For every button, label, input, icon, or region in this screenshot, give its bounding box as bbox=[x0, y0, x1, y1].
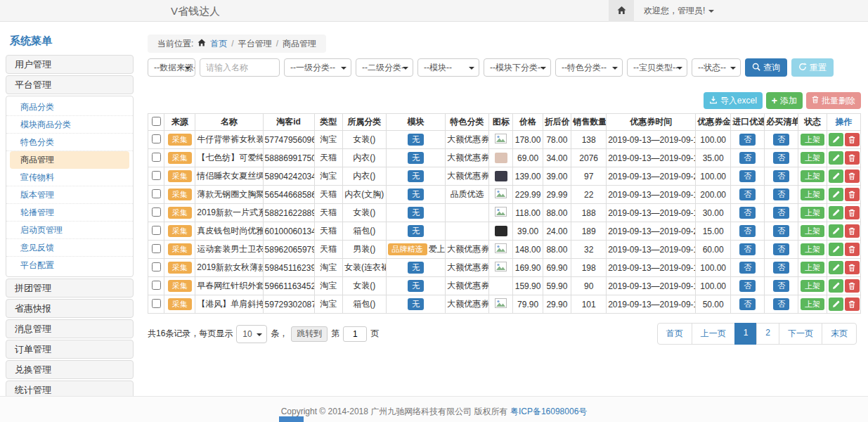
sidebar-item[interactable]: 平台配置 bbox=[6, 257, 133, 274]
edit-button[interactable] bbox=[829, 298, 843, 311]
edit-button[interactable] bbox=[829, 206, 843, 219]
select-all-checkbox[interactable] bbox=[152, 117, 161, 126]
sidebar-group-header[interactable]: 消息管理 bbox=[6, 319, 134, 338]
sidebar-item[interactable]: 模块商品分类 bbox=[6, 116, 133, 134]
status-toggle[interactable]: 上架 bbox=[801, 262, 824, 274]
sidebar-item[interactable]: 轮播管理 bbox=[6, 204, 133, 222]
import-excel-button[interactable]: 导入excel bbox=[704, 92, 763, 109]
must-buy-toggle[interactable]: 否 bbox=[773, 152, 789, 164]
module-badge[interactable]: 无 bbox=[408, 188, 424, 200]
sidebar-item[interactable]: 版本管理 bbox=[6, 186, 133, 204]
row-checkbox[interactable] bbox=[152, 171, 161, 180]
sidebar-group-header[interactable]: 平台管理 bbox=[6, 75, 134, 94]
edit-button[interactable] bbox=[829, 133, 843, 146]
first-page-button[interactable]: 首页 bbox=[657, 323, 692, 345]
next-page-button[interactable]: 下一页 bbox=[779, 323, 822, 345]
row-checkbox[interactable] bbox=[152, 262, 161, 271]
status-toggle[interactable]: 上架 bbox=[801, 243, 824, 255]
row-checkbox[interactable] bbox=[152, 281, 161, 290]
sidebar-item[interactable]: 特色分类 bbox=[6, 134, 133, 151]
delete-button[interactable] bbox=[845, 298, 860, 311]
delete-button[interactable] bbox=[845, 206, 860, 219]
module-badge[interactable]: 无 bbox=[408, 134, 424, 146]
import-select-toggle[interactable]: 否 bbox=[739, 170, 756, 182]
page-size-select[interactable]: 10 bbox=[236, 325, 267, 343]
delete-button[interactable] bbox=[845, 224, 860, 238]
import-select-toggle[interactable]: 否 bbox=[739, 262, 756, 274]
user-menu[interactable]: 欢迎您，管理员! bbox=[644, 5, 714, 17]
delete-button[interactable] bbox=[845, 170, 860, 183]
search-button[interactable]: 查询 bbox=[745, 58, 787, 77]
status-toggle[interactable]: 上架 bbox=[801, 134, 824, 146]
module-badge[interactable]: 无 bbox=[408, 152, 424, 164]
level2-category-select[interactable]: --二级分类-- bbox=[356, 58, 413, 77]
reset-button[interactable]: 重置 bbox=[791, 58, 834, 77]
import-select-toggle[interactable]: 否 bbox=[739, 225, 756, 237]
sidebar-item[interactable]: 意见反馈 bbox=[6, 239, 133, 257]
status-toggle[interactable]: 上架 bbox=[801, 280, 824, 292]
status-toggle[interactable]: 上架 bbox=[801, 225, 824, 237]
row-checkbox[interactable] bbox=[152, 153, 161, 162]
import-select-toggle[interactable]: 否 bbox=[739, 152, 756, 164]
status-select[interactable]: --状态-- bbox=[692, 58, 741, 77]
edit-button[interactable] bbox=[829, 224, 843, 238]
must-buy-toggle[interactable]: 否 bbox=[773, 225, 789, 237]
breadcrumb-home-link[interactable]: 首页 bbox=[210, 38, 227, 50]
must-buy-toggle[interactable]: 否 bbox=[773, 134, 789, 146]
edit-button[interactable] bbox=[829, 151, 843, 165]
status-toggle[interactable]: 上架 bbox=[801, 170, 824, 182]
sidebar-group-header[interactable]: 兑换管理 bbox=[6, 360, 134, 379]
data-source-select[interactable]: --数据来源-- bbox=[148, 58, 195, 77]
status-toggle[interactable]: 上架 bbox=[801, 298, 824, 310]
module-badge[interactable]: 无 bbox=[408, 170, 424, 182]
delete-button[interactable] bbox=[845, 261, 860, 274]
import-select-toggle[interactable]: 否 bbox=[739, 134, 756, 146]
must-buy-toggle[interactable]: 否 bbox=[773, 243, 789, 255]
module-select[interactable]: --模块-- bbox=[417, 58, 479, 77]
page-2-button[interactable]: 2 bbox=[756, 323, 779, 345]
module-badge[interactable]: 无 bbox=[408, 225, 424, 237]
import-select-toggle[interactable]: 否 bbox=[739, 188, 756, 200]
name-input[interactable] bbox=[200, 58, 280, 77]
add-button[interactable]: + 添加 bbox=[766, 92, 803, 109]
row-checkbox[interactable] bbox=[152, 207, 161, 217]
status-toggle[interactable]: 上架 bbox=[801, 188, 824, 200]
module-badge[interactable]: 无 bbox=[408, 262, 424, 274]
import-select-toggle[interactable]: 否 bbox=[739, 280, 756, 292]
module-badge[interactable]: 无 bbox=[408, 207, 424, 219]
sidebar-group-header[interactable]: 拼团管理 bbox=[6, 279, 134, 298]
import-select-toggle[interactable]: 否 bbox=[739, 243, 756, 255]
must-buy-toggle[interactable]: 否 bbox=[773, 170, 789, 182]
must-buy-toggle[interactable]: 否 bbox=[773, 188, 789, 200]
item-type-select[interactable]: --宝贝类型-- bbox=[627, 58, 687, 77]
status-toggle[interactable]: 上架 bbox=[801, 152, 824, 164]
row-checkbox[interactable] bbox=[152, 134, 161, 143]
edit-button[interactable] bbox=[829, 261, 843, 274]
feature-category-select[interactable]: --特色分类-- bbox=[555, 58, 623, 77]
home-button[interactable] bbox=[609, 0, 634, 22]
sidebar-item[interactable]: 宣传物料 bbox=[6, 169, 133, 186]
jump-button[interactable]: 跳转到 bbox=[291, 326, 328, 342]
sidebar-item-active[interactable]: 商品管理 bbox=[10, 151, 129, 169]
must-buy-toggle[interactable]: 否 bbox=[773, 207, 789, 219]
edit-button[interactable] bbox=[829, 243, 843, 256]
module-subcategory-select[interactable]: --模块下分类-- bbox=[484, 58, 551, 77]
row-checkbox[interactable] bbox=[152, 226, 161, 235]
import-select-toggle[interactable]: 否 bbox=[739, 298, 756, 310]
last-page-button[interactable]: 末页 bbox=[822, 323, 857, 345]
must-buy-toggle[interactable]: 否 bbox=[773, 262, 789, 274]
delete-button[interactable] bbox=[845, 243, 860, 256]
sidebar-group-header[interactable]: 订单管理 bbox=[6, 340, 134, 359]
module-badge[interactable]: 品牌精选 bbox=[388, 243, 427, 255]
must-buy-toggle[interactable]: 否 bbox=[773, 280, 789, 292]
sidebar-item[interactable]: 启动页管理 bbox=[6, 222, 133, 239]
prev-page-button[interactable]: 上一页 bbox=[692, 323, 735, 345]
must-buy-toggle[interactable]: 否 bbox=[773, 298, 789, 310]
delete-button[interactable] bbox=[845, 188, 860, 201]
status-toggle[interactable]: 上架 bbox=[801, 207, 824, 219]
jump-page-input[interactable] bbox=[343, 326, 367, 342]
level1-category-select[interactable]: --一级分类-- bbox=[284, 58, 351, 77]
delete-button[interactable] bbox=[845, 279, 860, 293]
batch-delete-button[interactable]: 批量删除 bbox=[806, 92, 861, 109]
row-checkbox[interactable] bbox=[152, 299, 161, 308]
